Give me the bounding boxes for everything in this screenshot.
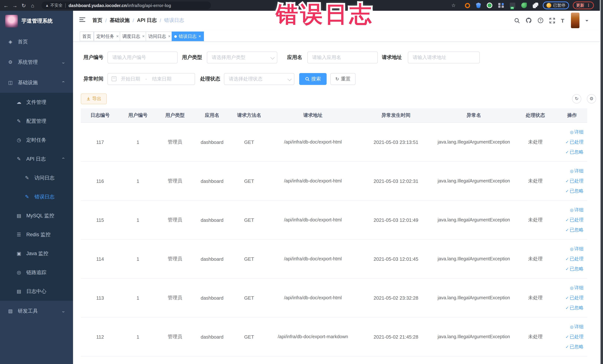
screen: ← → ↻ ⌂ ▲ 不安全 dashboard.yudao.iocoder.cn… <box>0 0 603 364</box>
extension-icon-on[interactable] <box>510 3 515 8</box>
sidebar-item-trace[interactable]: ◎链路追踪 <box>0 263 73 282</box>
ignored-link[interactable]: ✓已忽略 <box>557 186 583 196</box>
user-type-select[interactable]: 请选择用户类型 <box>207 51 277 63</box>
sidebar-item-file[interactable]: ☁文件管理 <box>0 93 73 112</box>
date-range-picker[interactable]: 开始日期 - 结束日期 <box>107 73 195 85</box>
breadcrumb-home[interactable]: 首页 <box>92 17 102 24</box>
sidebar-item-devtools[interactable]: ▨研发工具⌄ <box>0 301 73 321</box>
detail-link[interactable]: ◎详细 <box>557 322 583 332</box>
breadcrumb-api-log[interactable]: API 日志 <box>137 17 157 24</box>
sidebar-item-java[interactable]: ▣Java 监控 <box>0 244 73 263</box>
detail-link[interactable]: ◎详细 <box>557 127 583 137</box>
ignored-link[interactable]: ✓已忽略 <box>557 342 583 352</box>
ignored-link[interactable]: ✓已忽略 <box>557 264 583 274</box>
col-user-id: 用户编号 <box>119 108 156 123</box>
col-app-name: 应用名 <box>194 108 231 123</box>
browser-back-icon[interactable]: ← <box>1 2 10 8</box>
sidebar: 芋道管理系统 ◈首页 ⚙系统管理⌄ ◫基础设施⌃ ☁文件管理 ✎配置管理 ◷定时… <box>0 11 73 364</box>
extension-icon-leaf[interactable] <box>521 3 527 8</box>
window-scrollbar[interactable] <box>600 0 603 364</box>
browser-home-icon[interactable]: ⌂ <box>28 2 37 8</box>
export-button[interactable]: 导出 <box>81 93 107 104</box>
col-exception: 异常名 <box>434 108 514 123</box>
sidebar-item-job[interactable]: ◷定时任务 <box>0 130 73 150</box>
processed-link[interactable]: ✓已处理 <box>557 293 583 303</box>
detail-link[interactable]: ◎详细 <box>557 244 583 254</box>
sidebar-item-redis[interactable]: ☰Redis 监控 <box>0 225 73 244</box>
calendar-icon <box>112 76 116 81</box>
extension-icon-green[interactable] <box>487 3 492 8</box>
help-icon[interactable]: ? <box>538 17 544 23</box>
ignored-link[interactable]: ✓已忽略 <box>557 225 583 235</box>
cloud-icon: ☁ <box>16 99 22 105</box>
eye-icon: ◎ <box>570 169 574 173</box>
processed-link[interactable]: ✓已处理 <box>557 332 583 342</box>
user-avatar[interactable] <box>571 13 580 28</box>
detail-link[interactable]: ◎详细 <box>557 205 583 215</box>
address-bar[interactable]: ▲ 不安全 dashboard.yudao.iocoder.cn/infra/l… <box>42 1 211 9</box>
ignored-link[interactable]: ✓已忽略 <box>557 147 583 157</box>
detail-link[interactable]: ◎详细 <box>557 166 583 176</box>
status-select[interactable]: 请选择处理状态 <box>224 73 294 85</box>
extension-icon-shield[interactable] <box>476 3 481 8</box>
close-icon[interactable]: ✕ <box>198 35 201 38</box>
edit-icon: ✎ <box>16 118 22 124</box>
hamburger-icon[interactable] <box>79 17 85 23</box>
font-size-icon[interactable]: T <box>561 17 564 23</box>
monitor-icon: ◫ <box>7 80 13 85</box>
browser-reload-icon[interactable]: ↻ <box>19 2 28 8</box>
browser-menu-icon[interactable]: ⋮ <box>587 3 591 8</box>
extensions-puzzle-icon[interactable] <box>533 3 538 8</box>
check-icon: ✓ <box>566 334 569 339</box>
processed-link[interactable]: ✓已处理 <box>557 215 583 225</box>
column-settings-button[interactable]: ⚙ <box>587 94 596 103</box>
sidebar-logo[interactable]: 芋道管理系统 <box>0 11 73 32</box>
tab-access-log[interactable]: 访问日志✕ <box>146 32 173 41</box>
sidebar-item-system[interactable]: ⚙系统管理⌄ <box>0 52 73 72</box>
fullscreen-icon[interactable] <box>549 18 555 23</box>
close-icon[interactable]: ✕ <box>116 35 119 38</box>
close-icon[interactable]: ✕ <box>142 35 145 38</box>
sidebar-item-home[interactable]: ◈首页 <box>0 32 73 52</box>
app-name-input[interactable] <box>307 51 378 63</box>
bookmark-star-icon[interactable]: ☆ <box>451 3 456 8</box>
extension-icon-orange[interactable] <box>465 3 470 8</box>
caret-down-icon[interactable] <box>585 20 588 23</box>
processed-link[interactable]: ✓已处理 <box>557 254 583 264</box>
detail-link[interactable]: ◎详细 <box>557 283 583 293</box>
request-url-input[interactable] <box>408 51 480 63</box>
sidebar-item-config[interactable]: ✎配置管理 <box>0 112 73 130</box>
eye-icon: ◎ <box>570 130 574 134</box>
sidebar-item-mysql[interactable]: ▤MySQL 监控 <box>0 206 73 225</box>
github-icon[interactable] <box>526 17 532 23</box>
sidebar-item-error-log[interactable]: ✎错误日志 <box>0 187 73 206</box>
refresh-table-button[interactable]: ↻ <box>572 94 581 103</box>
tab-job[interactable]: 定时任务✕ <box>94 32 121 41</box>
table-row: 1171管理员dashboardGET/api/infra/db-doc/exp… <box>81 123 587 162</box>
browser-update-button[interactable]: 更新⋮ <box>573 1 594 9</box>
check-icon: ✓ <box>566 178 569 183</box>
tab-job-log[interactable]: 调度日志✕ <box>120 32 147 41</box>
tab-home[interactable]: 首页 <box>80 32 94 41</box>
tab-error-log[interactable]: 错误日志✕ <box>172 32 204 41</box>
breadcrumb: 首页 / 基础设施 / API 日志 / 错误日志 <box>92 11 184 30</box>
col-status: 处理状态 <box>514 108 557 123</box>
ignored-link[interactable]: ✓已忽略 <box>557 303 583 313</box>
table-row: 1121管理员dashboardGET/api/infra/db-doc/exp… <box>81 317 587 356</box>
processed-link[interactable]: ✓已处理 <box>557 176 583 186</box>
user-id-input[interactable] <box>107 51 178 63</box>
breadcrumb-infra[interactable]: 基础设施 <box>110 17 130 24</box>
browser-forward-icon[interactable]: → <box>10 2 19 8</box>
page-content: 用户编号 用户类型 请选择用户类型 应用名 请求地址 异常时间 开始日期 - 结… <box>73 42 603 364</box>
search-button[interactable]: 搜索 <box>299 73 327 85</box>
close-icon[interactable]: ✕ <box>168 35 171 38</box>
reset-button[interactable]: ↻重置 <box>330 73 356 85</box>
processed-link[interactable]: ✓已处理 <box>557 137 583 147</box>
sidebar-item-api-log[interactable]: ✎API 日志⌃ <box>0 150 73 168</box>
extension-icon-grid[interactable] <box>498 3 504 8</box>
sidebar-item-log-center[interactable]: ▤日志中心 <box>0 282 73 301</box>
sidebar-item-infra[interactable]: ◫基础设施⌃ <box>0 72 73 93</box>
sidebar-item-access-log[interactable]: ✎访问日志 <box>0 168 73 187</box>
search-icon[interactable] <box>514 18 520 23</box>
profile-paused-badge[interactable]: 已暂停 <box>543 1 569 9</box>
